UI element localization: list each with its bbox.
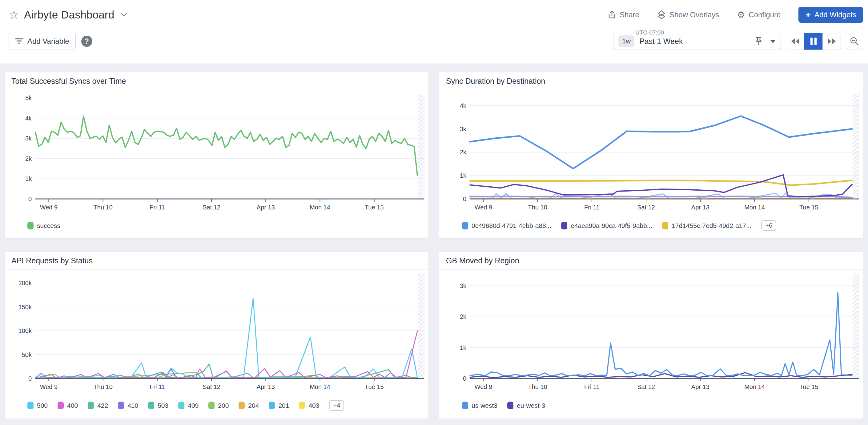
legend-label: 500 xyxy=(37,402,48,409)
share-button[interactable]: Share xyxy=(608,10,639,19)
svg-text:Tue 15: Tue 15 xyxy=(365,204,384,211)
chart-svg: 5k4k3k2k1k0Wed 9Thu 10Fri 11Sat 12Apr 13… xyxy=(5,90,429,213)
legend-item[interactable]: 409 xyxy=(178,402,198,409)
widget-title[interactable]: API Requests by Status xyxy=(5,252,429,270)
svg-text:1k: 1k xyxy=(460,344,467,351)
dashboard-title-group[interactable]: ☆ Airbyte Dashboard xyxy=(9,9,127,21)
svg-text:Apr 13: Apr 13 xyxy=(691,204,710,211)
legend-item[interactable]: 503 xyxy=(148,402,168,409)
legend-label: 422 xyxy=(97,402,108,409)
legend-color-chip xyxy=(462,402,468,409)
svg-text:200k: 200k xyxy=(19,280,32,286)
svg-text:5k: 5k xyxy=(25,95,32,101)
legend-color-chip xyxy=(27,402,34,409)
svg-text:Mon 14: Mon 14 xyxy=(310,384,330,390)
chart-plot-area[interactable]: 200k150k100k50k0Wed 9Thu 10Fri 11Sat 12A… xyxy=(5,270,429,392)
legend-label: 409 xyxy=(188,402,198,409)
chart-plot-area[interactable]: 3k2k1k0Wed 9Thu 10Fri 11Sat 12Apr 13Mon … xyxy=(439,270,863,392)
legend-color-chip xyxy=(118,402,124,409)
svg-text:1k: 1k xyxy=(25,175,32,182)
legend-overflow-button[interactable]: +4 xyxy=(329,400,344,411)
configure-button[interactable]: ⚙ Configure xyxy=(737,10,781,20)
svg-text:0: 0 xyxy=(463,195,466,202)
svg-text:Sat 12: Sat 12 xyxy=(203,204,220,211)
header-row: ☆ Airbyte Dashboard Share Show Overlays … xyxy=(9,5,863,25)
svg-text:Tue 15: Tue 15 xyxy=(365,384,384,390)
legend-item[interactable]: 17d1455c-7ed5-49d2-a17... xyxy=(662,222,751,230)
widget-title[interactable]: Sync Duration by Destination xyxy=(439,72,863,90)
legend-label: 0c49680d-4791-4ebb-a88... xyxy=(471,222,551,230)
legend-item[interactable]: 204 xyxy=(239,402,259,409)
widget-total-successful-syncs: Total Successful Syncs over Time 5k4k3k2… xyxy=(4,72,429,239)
legend-item[interactable]: 403 xyxy=(299,402,319,409)
legend-label: 410 xyxy=(127,402,138,409)
widget-gb-moved: GB Moved by Region 3k2k1k0Wed 9Thu 10Fri… xyxy=(439,252,863,419)
add-variable-button[interactable]: Add Variable xyxy=(9,33,76,50)
legend-item[interactable]: 422 xyxy=(88,402,108,409)
zoom-out-icon xyxy=(850,37,859,46)
svg-text:0: 0 xyxy=(28,375,32,382)
legend-item[interactable]: 200 xyxy=(208,402,229,409)
legend-label: 200 xyxy=(218,402,229,409)
zoom-out-button[interactable] xyxy=(846,33,863,50)
time-range-chip[interactable]: 1w xyxy=(618,35,634,47)
svg-text:Fri 11: Fri 11 xyxy=(584,384,599,390)
chart-plot-area[interactable]: 5k4k3k2k1k0Wed 9Thu 10Fri 11Sat 12Apr 13… xyxy=(5,90,429,213)
add-widgets-label: Add Widgets xyxy=(814,10,856,19)
svg-text:Sat 12: Sat 12 xyxy=(637,204,655,211)
add-widgets-button[interactable]: + Add Widgets xyxy=(799,7,863,23)
add-variable-label: Add Variable xyxy=(27,37,69,45)
time-range-picker[interactable]: UTC-07:00 1w Past 1 Week xyxy=(613,33,781,50)
rewind-button[interactable] xyxy=(786,33,804,50)
pause-button[interactable] xyxy=(804,33,823,50)
favorite-star-icon[interactable]: ☆ xyxy=(9,9,19,21)
legend-item[interactable]: us-west3 xyxy=(462,402,497,409)
legend-label: 403 xyxy=(308,402,319,409)
legend-item[interactable]: 201 xyxy=(269,402,289,409)
svg-text:2k: 2k xyxy=(460,313,467,320)
legend-item[interactable]: eu-west-3 xyxy=(507,402,545,409)
widget-api-requests: API Requests by Status 200k150k100k50k0W… xyxy=(4,252,429,419)
widget-sync-duration: Sync Duration by Destination 4k3k2k1k0We… xyxy=(439,72,863,239)
legend-item[interactable]: 0c49680d-4791-4ebb-a88... xyxy=(462,222,551,230)
legend-color-chip xyxy=(462,222,468,230)
widget-title[interactable]: Total Successful Syncs over Time xyxy=(5,72,429,90)
time-controls: UTC-07:00 1w Past 1 Week xyxy=(613,33,863,50)
svg-text:0: 0 xyxy=(463,375,466,382)
fast-forward-button[interactable] xyxy=(823,33,841,50)
legend-color-chip xyxy=(58,402,64,409)
legend-label: 503 xyxy=(158,402,168,409)
svg-text:Thu 10: Thu 10 xyxy=(94,204,113,211)
svg-text:Apr 13: Apr 13 xyxy=(257,204,275,211)
svg-text:Wed 9: Wed 9 xyxy=(475,384,492,390)
help-button[interactable]: ? xyxy=(81,36,92,47)
chart-svg: 3k2k1k0Wed 9Thu 10Fri 11Sat 12Apr 13Mon … xyxy=(439,270,863,392)
title-chevron-down-icon[interactable] xyxy=(120,12,127,17)
legend-overflow-button[interactable]: +6 xyxy=(761,220,776,231)
legend-color-chip xyxy=(27,222,34,230)
legend-item[interactable]: 410 xyxy=(118,402,138,409)
filter-icon xyxy=(15,38,23,44)
svg-text:3k: 3k xyxy=(460,282,467,289)
chart-legend: us-west3eu-west-3 xyxy=(439,392,863,419)
legend-label: eu-west-3 xyxy=(517,402,545,409)
legend-label: e4aea90a-90ca-49f5-9abb... xyxy=(571,222,652,230)
legend-item[interactable]: 500 xyxy=(27,402,48,409)
utc-offset-label: UTC-07:00 xyxy=(632,29,667,36)
time-dropdown-caret-icon[interactable] xyxy=(770,40,776,43)
widget-title[interactable]: GB Moved by Region xyxy=(439,252,863,270)
legend-label: 400 xyxy=(67,402,78,409)
svg-text:Apr 13: Apr 13 xyxy=(691,384,710,390)
show-overlays-button[interactable]: Show Overlays xyxy=(657,10,719,20)
legend-color-chip xyxy=(178,402,184,409)
svg-text:Tue 15: Tue 15 xyxy=(799,384,818,390)
svg-text:50k: 50k xyxy=(22,352,32,358)
chart-plot-area[interactable]: 4k3k2k1k0Wed 9Thu 10Fri 11Sat 12Apr 13Mo… xyxy=(439,90,863,213)
svg-text:Thu 10: Thu 10 xyxy=(528,204,547,211)
legend-item[interactable]: 400 xyxy=(58,402,78,409)
pause-icon xyxy=(810,37,817,45)
legend-item[interactable]: e4aea90a-90ca-49f5-9abb... xyxy=(561,222,652,230)
pin-icon[interactable] xyxy=(755,37,763,46)
legend-item[interactable]: success xyxy=(27,222,60,230)
svg-text:2k: 2k xyxy=(460,149,467,155)
